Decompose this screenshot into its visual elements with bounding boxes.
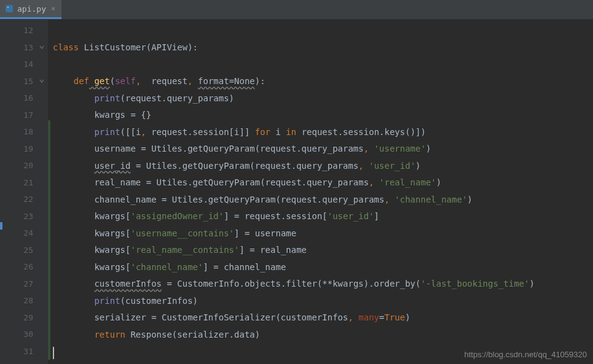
line-number: 25 xyxy=(0,242,48,259)
line-number: 18 xyxy=(0,123,48,141)
code-line xyxy=(48,22,593,39)
line-number: 19 xyxy=(0,141,48,158)
line-number: 28 xyxy=(0,292,48,309)
svg-rect-0 xyxy=(6,5,13,12)
code-line: kwargs['username__contains'] = username xyxy=(48,225,593,242)
code-line: kwargs = {} xyxy=(48,107,593,124)
line-number: 21 xyxy=(0,174,48,192)
line-number: 20 xyxy=(0,157,48,174)
code-line: class ListCustomer(APIView): xyxy=(48,39,593,56)
line-number: 31 xyxy=(0,343,48,360)
code-line: kwargs['channel_name'] = channel_name xyxy=(48,258,593,276)
line-number: 16 xyxy=(0,90,48,107)
cursor xyxy=(53,347,54,359)
line-number: 29 xyxy=(0,309,48,327)
line-number: 17 xyxy=(0,107,48,124)
line-number: 24 xyxy=(0,225,48,242)
code-line: print(customerInfos) xyxy=(48,292,593,309)
code-line: print([[i, request.session[i]] for i in … xyxy=(48,123,593,141)
svg-point-1 xyxy=(7,7,9,8)
python-file-icon xyxy=(5,4,14,13)
fold-icon[interactable] xyxy=(38,44,45,51)
code-line xyxy=(48,56,593,73)
line-number: 22 xyxy=(0,191,48,208)
code-content[interactable]: class ListCustomer(APIView): def get(sel… xyxy=(48,20,593,364)
line-number: 30 xyxy=(0,326,48,343)
close-icon[interactable]: × xyxy=(50,4,57,13)
fold-icon[interactable] xyxy=(38,77,45,85)
code-line: user_id = Utiles.getQueryParam(request.q… xyxy=(48,157,593,174)
line-number: 26 xyxy=(0,258,48,276)
line-number: 12 xyxy=(0,22,48,39)
code-line: real_name = Utiles.getQueryParam(request… xyxy=(48,174,593,192)
code-line: kwargs['real_name__contains'] = real_nam… xyxy=(48,242,593,259)
file-tab[interactable]: api.py × xyxy=(0,0,61,19)
line-number: 14 xyxy=(0,56,48,73)
code-line: return Response(serializer.data) xyxy=(48,326,593,343)
line-number: 13 xyxy=(0,39,48,56)
line-number: 27 xyxy=(0,276,48,293)
code-line: kwargs['assignedOwner_id'] = request.ses… xyxy=(48,208,593,225)
line-number: 23 xyxy=(0,208,48,225)
code-line: channel_name = Utiles.getQueryParam(requ… xyxy=(48,191,593,208)
editor-area: 12 13 14 15 16 17 18 19 20 21 22 23 24 2… xyxy=(0,20,593,364)
tab-bar: api.py × xyxy=(0,0,593,20)
gutter: 12 13 14 15 16 17 18 19 20 21 22 23 24 2… xyxy=(0,20,48,364)
tab-filename: api.py xyxy=(17,4,46,14)
watermark: https://blog.csdn.net/qq_41059320 xyxy=(465,350,587,359)
code-line: customerInfos = CustomerInfo.objects.fil… xyxy=(48,276,593,293)
code-line: serializer = CustomerInfoSerializer(cust… xyxy=(48,309,593,327)
code-line: username = Utiles.getQueryParam(request.… xyxy=(48,141,593,158)
code-line: def get(self, request, format=None): xyxy=(48,73,593,90)
code-line: print(request.query_params) xyxy=(48,90,593,107)
line-number: 15 xyxy=(0,73,48,90)
breakpoint-marker[interactable] xyxy=(0,222,2,230)
